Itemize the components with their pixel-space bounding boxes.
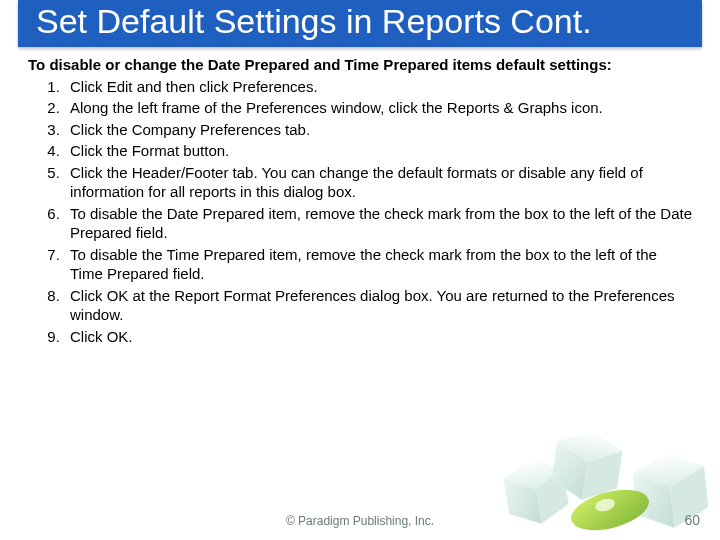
slide: Set Default Settings in Reports Cont. To… xyxy=(0,0,720,540)
footer-copyright: © Paradigm Publishing, Inc. xyxy=(0,514,720,528)
list-item: Click OK. xyxy=(64,327,692,347)
intro-text: To disable or change the Date Prepared a… xyxy=(28,55,692,75)
list-item: Click the Company Preferences tab. xyxy=(64,120,692,140)
list-item: Click the Format button. xyxy=(64,141,692,161)
content-area: To disable or change the Date Prepared a… xyxy=(0,51,720,346)
slide-title: Set Default Settings in Reports Cont. xyxy=(18,0,702,47)
steps-list: Click Edit and then click Preferences. A… xyxy=(28,77,692,347)
page-number: 60 xyxy=(684,512,700,528)
list-item: Click OK at the Report Format Preference… xyxy=(64,286,692,325)
list-item: To disable the Date Prepared item, remov… xyxy=(64,204,692,243)
list-item: Click Edit and then click Preferences. xyxy=(64,77,692,97)
list-item: Along the left frame of the Preferences … xyxy=(64,98,692,118)
list-item: To disable the Time Prepared item, remov… xyxy=(64,245,692,284)
list-item: Click the Header/Footer tab. You can cha… xyxy=(64,163,692,202)
